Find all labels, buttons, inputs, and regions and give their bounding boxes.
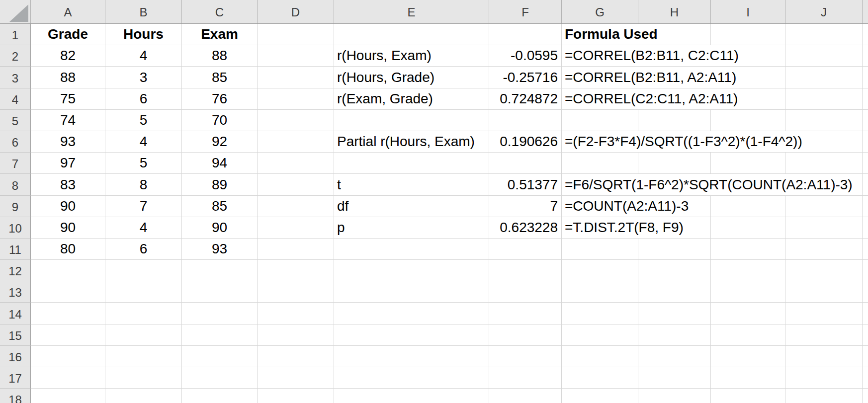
cell-D1[interactable]	[258, 24, 334, 45]
cell-G18[interactable]	[562, 389, 638, 403]
cell-I18[interactable]	[711, 389, 785, 403]
cell-K3[interactable]	[863, 67, 868, 88]
cell-G3[interactable]: =CORREL(B2:B11, A2:A11)	[562, 67, 785, 88]
cell-K7[interactable]	[863, 153, 868, 174]
cell-J7[interactable]	[785, 153, 863, 174]
column-header-J[interactable]: J	[785, 0, 863, 23]
cell-G16[interactable]	[562, 346, 638, 367]
cell-J10[interactable]	[785, 217, 863, 239]
cell-E16[interactable]	[334, 346, 489, 367]
cell-A15[interactable]	[31, 324, 105, 346]
cell-I9[interactable]	[711, 196, 785, 217]
cell-D13[interactable]	[258, 281, 334, 303]
row-header-16[interactable]: 16	[0, 346, 31, 367]
cell-F1[interactable]	[489, 24, 562, 45]
cell-E12[interactable]	[334, 260, 489, 281]
cell-I10[interactable]	[711, 217, 785, 239]
cell-B7[interactable]: 5	[105, 153, 182, 174]
cell-C5[interactable]: 70	[182, 110, 258, 131]
cell-J12[interactable]	[785, 260, 863, 281]
row-header-2[interactable]: 2	[0, 45, 31, 67]
row-header-1[interactable]: 1	[0, 24, 31, 45]
row-header-6[interactable]: 6	[0, 131, 31, 153]
cell-J14[interactable]	[785, 303, 863, 324]
cell-D4[interactable]	[258, 88, 334, 110]
cell-C16[interactable]	[182, 346, 258, 367]
cell-J15[interactable]	[785, 324, 863, 346]
column-header-H[interactable]: H	[638, 0, 711, 23]
cell-C11[interactable]: 93	[182, 239, 258, 260]
cell-A17[interactable]	[31, 367, 105, 389]
cell-E13[interactable]	[334, 281, 489, 303]
cell-B6[interactable]: 4	[105, 131, 182, 153]
row-header-8[interactable]: 8	[0, 174, 31, 195]
column-header-K-partial[interactable]	[863, 0, 868, 23]
cell-G5[interactable]	[562, 110, 638, 131]
cell-J3[interactable]	[785, 67, 863, 88]
select-all-button[interactable]	[0, 0, 31, 23]
cell-B13[interactable]	[105, 281, 182, 303]
row-header-3[interactable]: 3	[0, 67, 31, 88]
cell-A9[interactable]: 90	[31, 196, 105, 217]
cell-G9[interactable]: =COUNT(A2:A11)-3	[562, 196, 711, 217]
cell-B1[interactable]: Hours	[105, 24, 182, 45]
cell-F7[interactable]	[489, 153, 562, 174]
cell-C9[interactable]: 85	[182, 196, 258, 217]
cell-J5[interactable]	[785, 110, 863, 131]
cell-E4[interactable]: r(Exam, Grade)	[334, 88, 489, 110]
cell-C13[interactable]	[182, 281, 258, 303]
cell-J13[interactable]	[785, 281, 863, 303]
cell-H17[interactable]	[638, 367, 711, 389]
cell-B16[interactable]	[105, 346, 182, 367]
cell-I5[interactable]	[711, 110, 785, 131]
column-header-E[interactable]: E	[334, 0, 489, 23]
cell-F17[interactable]	[489, 367, 562, 389]
cell-A7[interactable]: 97	[31, 153, 105, 174]
cell-E17[interactable]	[334, 367, 489, 389]
cell-J9[interactable]	[785, 196, 863, 217]
cell-I14[interactable]	[711, 303, 785, 324]
cell-K18[interactable]	[863, 389, 868, 403]
cell-F2[interactable]: -0.0595	[489, 45, 562, 67]
cell-C2[interactable]: 88	[182, 45, 258, 67]
cell-K15[interactable]	[863, 324, 868, 346]
cell-D3[interactable]	[258, 67, 334, 88]
cell-A6[interactable]: 93	[31, 131, 105, 153]
cell-J16[interactable]	[785, 346, 863, 367]
row-header-13[interactable]: 13	[0, 281, 31, 303]
cell-D2[interactable]	[258, 45, 334, 67]
cell-D7[interactable]	[258, 153, 334, 174]
row-header-11[interactable]: 11	[0, 239, 31, 260]
cell-J4[interactable]	[785, 88, 863, 110]
cell-F14[interactable]	[489, 303, 562, 324]
cell-H14[interactable]	[638, 303, 711, 324]
cell-G6[interactable]: =(F2-F3*F4)/SQRT((1-F3^2)*(1-F4^2))	[562, 131, 863, 153]
cell-D5[interactable]	[258, 110, 334, 131]
cell-B3[interactable]: 3	[105, 67, 182, 88]
cell-A13[interactable]	[31, 281, 105, 303]
cell-G8[interactable]: =F6/SQRT(1-F6^2)*SQRT(COUNT(A2:A11)-3)	[562, 174, 863, 195]
cell-F3[interactable]: -0.25716	[489, 67, 562, 88]
cell-K5[interactable]	[863, 110, 868, 131]
cell-B4[interactable]: 6	[105, 88, 182, 110]
cell-H5[interactable]	[638, 110, 711, 131]
cell-C14[interactable]	[182, 303, 258, 324]
cell-E18[interactable]	[334, 389, 489, 403]
cell-K8[interactable]	[863, 174, 868, 195]
cell-K11[interactable]	[863, 239, 868, 260]
cell-G11[interactable]	[562, 239, 638, 260]
cell-A11[interactable]: 80	[31, 239, 105, 260]
cell-F9[interactable]: 7	[489, 196, 562, 217]
cell-B18[interactable]	[105, 389, 182, 403]
cell-C12[interactable]	[182, 260, 258, 281]
cell-F18[interactable]	[489, 389, 562, 403]
cell-G17[interactable]	[562, 367, 638, 389]
cell-D11[interactable]	[258, 239, 334, 260]
cell-B17[interactable]	[105, 367, 182, 389]
cell-I15[interactable]	[711, 324, 785, 346]
cell-G4[interactable]: =CORREL(C2:C11, A2:A11)	[562, 88, 785, 110]
cell-H7[interactable]	[638, 153, 711, 174]
cell-F8[interactable]: 0.51377	[489, 174, 562, 195]
cell-D10[interactable]	[258, 217, 334, 239]
cell-G12[interactable]	[562, 260, 638, 281]
